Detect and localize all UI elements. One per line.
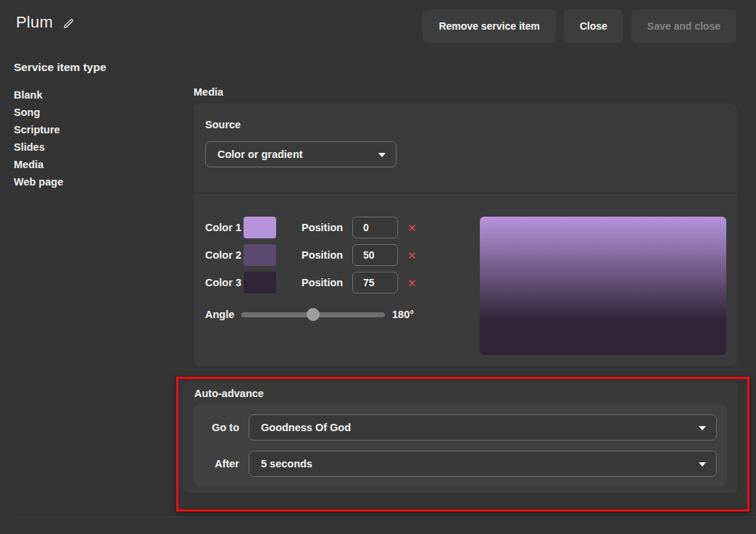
position-3-input[interactable] [352,272,398,293]
after-select-value: 5 seconds [261,458,312,470]
sidebar-item-song[interactable]: Song [14,104,180,121]
header-buttons: Remove service item Close Save and close [423,9,736,43]
auto-advance-section: Auto-advance Go to Goodness Of God After… [183,382,738,493]
sidebar-item-blank[interactable]: Blank [14,86,180,104]
source-label: Source [205,119,241,130]
position-1-label: Position [302,222,352,233]
auto-advance-label: Auto-advance [194,388,264,399]
media-panel: Source Color or gradient Color 1 Positio… [194,104,737,366]
chevron-down-icon [699,462,706,467]
angle-slider-thumb[interactable] [307,308,320,321]
gradient-preview [480,217,726,355]
bottom-divider [14,517,756,517]
header: Plum [16,13,75,32]
position-2-label: Position [302,249,352,261]
angle-row: Angle 180° [205,308,417,321]
after-select[interactable]: 5 seconds [249,451,717,477]
go-to-select-value: Goodness Of God [261,422,351,433]
angle-slider[interactable] [241,312,385,317]
position-2-input[interactable] [352,244,398,266]
chevron-down-icon [378,153,386,157]
go-to-label: Go to [203,422,239,433]
color-row-2: Color 2 Position ✕ [205,244,417,266]
edit-pencil-icon[interactable] [62,17,75,30]
after-row: After 5 seconds [194,451,727,477]
remove-color-3-icon[interactable]: ✕ [407,278,417,288]
sidebar-item-slides[interactable]: Slides [14,138,180,156]
color-row-1: Color 1 Position ✕ [205,217,417,238]
media-section-label: Media [194,86,737,98]
color-3-label: Color 3 [205,277,244,288]
sidebar-heading: Service item type [14,61,180,74]
go-to-select[interactable]: Goodness Of God [249,414,717,441]
color-2-swatch[interactable] [244,244,276,266]
auto-advance-inner-panel: Go to Goodness Of God After 5 seconds [194,404,727,486]
page-title: Plum [16,13,53,32]
go-to-row: Go to Goodness Of God [194,414,727,441]
color-row-3: Color 3 Position ✕ [205,272,417,293]
angle-label: Angle [205,309,241,320]
service-item-type-sidebar: Service item type Blank Song Scripture S… [14,61,180,191]
media-item-editor: Plum Remove service item Close Save and … [0,0,756,534]
after-label: After [203,458,239,470]
position-3-label: Position [302,277,352,288]
gradient-colors-area: Color 1 Position ✕ Color 2 Position ✕ Co… [205,217,417,321]
color-2-label: Color 2 [205,249,244,261]
close-button[interactable]: Close [564,9,623,43]
chevron-down-icon [699,426,706,430]
color-1-label: Color 1 [205,222,244,233]
source-select[interactable]: Color or gradient [205,141,396,167]
save-and-close-button[interactable]: Save and close [631,9,736,43]
sidebar-item-scripture[interactable]: Scripture [14,121,180,138]
angle-value: 180° [392,309,414,320]
remove-color-2-icon[interactable]: ✕ [407,250,417,261]
sidebar-item-media[interactable]: Media [14,156,180,173]
source-select-value: Color or gradient [217,149,303,160]
position-1-input[interactable] [352,217,398,238]
remove-service-item-button[interactable]: Remove service item [423,9,555,43]
remove-color-1-icon[interactable]: ✕ [407,222,417,233]
color-1-swatch[interactable] [244,217,276,238]
color-3-swatch[interactable] [244,272,276,293]
main-content: Media Source Color or gradient Color 1 P… [194,86,737,98]
sidebar-item-web-page[interactable]: Web page [14,173,180,191]
panel-divider [194,193,737,193]
